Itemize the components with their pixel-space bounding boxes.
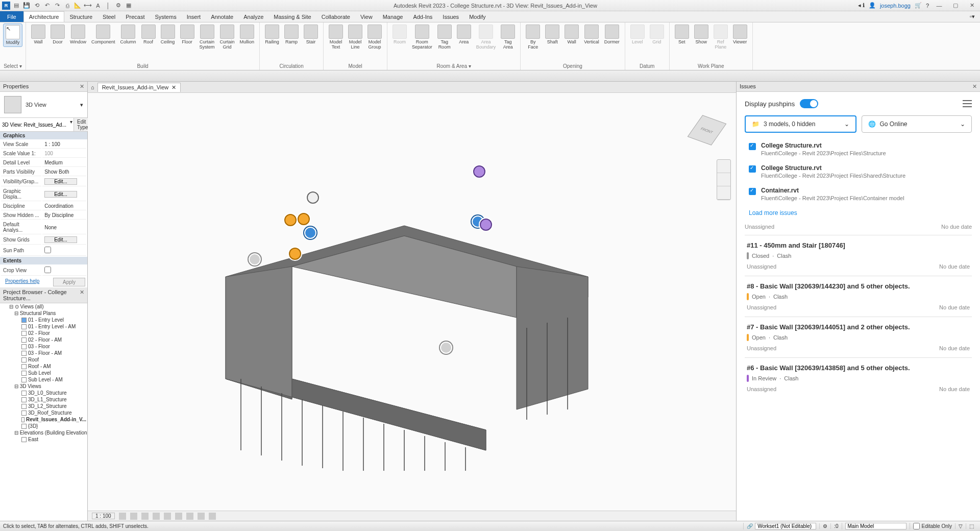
tab-close-icon[interactable]: ✕ [172, 84, 176, 91]
help-icon[interactable]: ? [926, 3, 929, 9]
properties-close-icon[interactable]: ✕ [80, 83, 84, 90]
issue-pin-gray-1[interactable] [249, 253, 261, 266]
component-button[interactable]: Component [89, 23, 117, 46]
tab-view[interactable]: View [355, 11, 378, 22]
tab-architecture[interactable]: Architecture [23, 11, 65, 22]
grids-edit-button[interactable]: Edit... [44, 236, 77, 243]
vs-icon-8[interactable] [198, 513, 205, 520]
issue-item[interactable]: #11 - 450mm and Stair [180746]Closed·Cla… [745, 235, 972, 276]
curtain-grid-button[interactable]: CurtainGrid [218, 23, 237, 51]
tab-modify[interactable]: Modify [464, 11, 491, 22]
model-checkbox[interactable] [749, 143, 756, 150]
3d-view-item[interactable]: {3D} [0, 423, 87, 429]
east-elevation[interactable]: East [0, 436, 87, 443]
window-button[interactable]: Window [68, 23, 88, 46]
scale-value[interactable]: 100 [42, 150, 86, 158]
model-text-button[interactable]: ModelText [327, 23, 345, 51]
plan-item[interactable]: 03 - Floor - AM [0, 350, 87, 356]
load-more-link[interactable]: Load more issues [745, 206, 972, 224]
properties-help-link[interactable]: Properties help [2, 277, 42, 285]
tab-structure[interactable]: Structure [64, 11, 97, 22]
issue-pin-white[interactable] [307, 191, 319, 204]
go-online-button[interactable]: 🌐 Go Online ⌄ [862, 115, 972, 133]
tag-area-button[interactable]: TagArea [499, 23, 517, 51]
element-selector[interactable] [0, 118, 69, 131]
model-line-button[interactable]: ModelLine [346, 23, 364, 51]
vs-icon-2[interactable] [130, 513, 137, 520]
plan-item[interactable]: Sub Level [0, 370, 87, 376]
tab-annotate[interactable]: Annotate [206, 11, 238, 22]
plan-item[interactable]: 02 - Floor - AM [0, 336, 87, 343]
3d-view-item[interactable]: 3D_Roof_Structure [0, 409, 87, 416]
issue-item[interactable]: #7 - Basic Wall [320639/144051] and 2 ot… [745, 317, 972, 357]
3d-view-item[interactable]: 3D_L2_Structure [0, 403, 87, 409]
tab-addins[interactable]: Add-Ins [408, 11, 437, 22]
issue-pin-purple-2[interactable] [480, 219, 492, 231]
3d-view-item[interactable]: 3D_L0_Structure [0, 390, 87, 396]
home-icon[interactable]: ⌂ [88, 84, 97, 90]
issue-item[interactable]: #6 - Basic Wall [320639/143858] and 5 ot… [745, 357, 972, 398]
issue-pin-orange-3[interactable] [289, 248, 301, 260]
pushpins-toggle[interactable] [800, 99, 818, 108]
sb-icon-2[interactable]: :0 [830, 523, 841, 529]
ramp-button[interactable]: Ramp [282, 23, 301, 46]
user-icon[interactable]: 👤 [869, 2, 876, 9]
stair-button[interactable]: Stair [302, 23, 320, 46]
close-button[interactable]: ✕ [966, 2, 978, 9]
open-icon[interactable]: ▤ [12, 2, 20, 10]
tab-manage[interactable]: Manage [378, 11, 408, 22]
text-icon[interactable]: A [94, 2, 102, 10]
shaft-button[interactable]: Shaft [543, 23, 561, 46]
views-node[interactable]: ⊟ ⊙ Views (all) [0, 303, 87, 310]
ribbon-collapse-icon[interactable]: ▫▾ [965, 11, 980, 22]
3d-view-item[interactable]: Revit_Issues_Add-in_V... [0, 416, 87, 423]
plan-item[interactable]: Roof - AM [0, 363, 87, 370]
switch-icon[interactable]: ▦ [125, 2, 133, 10]
issue-pin-orange-2[interactable] [298, 213, 310, 225]
room-button[interactable]: Room [390, 23, 409, 46]
issue-item[interactable]: #8 - Basic Wall [320639/144230] and 5 ot… [745, 276, 972, 317]
3d-views-node[interactable]: ⊟ 3D Views [0, 383, 87, 390]
redo-icon[interactable]: ↷ [53, 2, 61, 10]
issue-pin-blue-1[interactable] [304, 227, 316, 239]
editable-only-checkbox[interactable]: Editable Only [910, 523, 955, 529]
wall-button[interactable]: Wall [29, 23, 47, 46]
user-name[interactable]: joseph.bogg [880, 3, 911, 9]
apply-button[interactable]: Apply [53, 278, 85, 286]
more-icon[interactable]: ⚙ [114, 2, 122, 10]
vs-icon-7[interactable] [186, 513, 193, 520]
discipline-value[interactable]: Coordination [42, 202, 86, 210]
plan-item[interactable]: Roof [0, 356, 87, 363]
plan-item[interactable]: 03 - Floor [0, 343, 87, 350]
info-icon[interactable]: ◂ ℹ [858, 2, 865, 9]
railing-button[interactable]: Railing [263, 23, 281, 46]
tab-massing[interactable]: Massing & Site [268, 11, 316, 22]
maximize-button[interactable]: ▢ [949, 2, 962, 9]
tab-systems[interactable]: Systems [150, 11, 181, 22]
show-button[interactable]: Show [692, 23, 710, 46]
3d-view-item[interactable]: 3D_L1_Structure [0, 396, 87, 403]
navigation-bar[interactable] [717, 159, 731, 200]
sb-icon-1[interactable]: ⚙ [819, 523, 830, 529]
view-type-label[interactable]: 3D View [26, 102, 76, 108]
vs-icon-9[interactable] [209, 513, 216, 520]
tab-collaborate[interactable]: Collaborate [316, 11, 355, 22]
crop-view-checkbox[interactable] [44, 267, 51, 273]
vg-edit-button[interactable]: Edit... [44, 178, 77, 185]
parts-visibility-value[interactable]: Show Both [42, 168, 86, 176]
column-button[interactable]: Column [118, 23, 138, 46]
vs-icon-4[interactable] [153, 513, 160, 520]
3d-viewport[interactable]: FRONT [88, 93, 736, 511]
issues-close-icon[interactable]: ✕ [972, 83, 977, 90]
level-button[interactable]: Level [628, 23, 647, 46]
plan-item[interactable]: 02 - Floor [0, 330, 87, 336]
view-tab[interactable]: Revit_Issues_Add-in_View✕ [97, 83, 181, 92]
models-filter-button[interactable]: 📁 3 models, 0 hidden ⌄ [745, 115, 856, 133]
hidden-value[interactable]: By Discipline [42, 211, 86, 220]
issue-pin-purple[interactable] [473, 165, 485, 178]
tab-analyze[interactable]: Analyze [238, 11, 268, 22]
grid-button[interactable]: Grid [648, 23, 666, 46]
modify-button[interactable]: ↖Modify [3, 23, 22, 47]
curtain-system-button[interactable]: CurtainSystem [198, 23, 217, 51]
tab-insert[interactable]: Insert [182, 11, 206, 22]
